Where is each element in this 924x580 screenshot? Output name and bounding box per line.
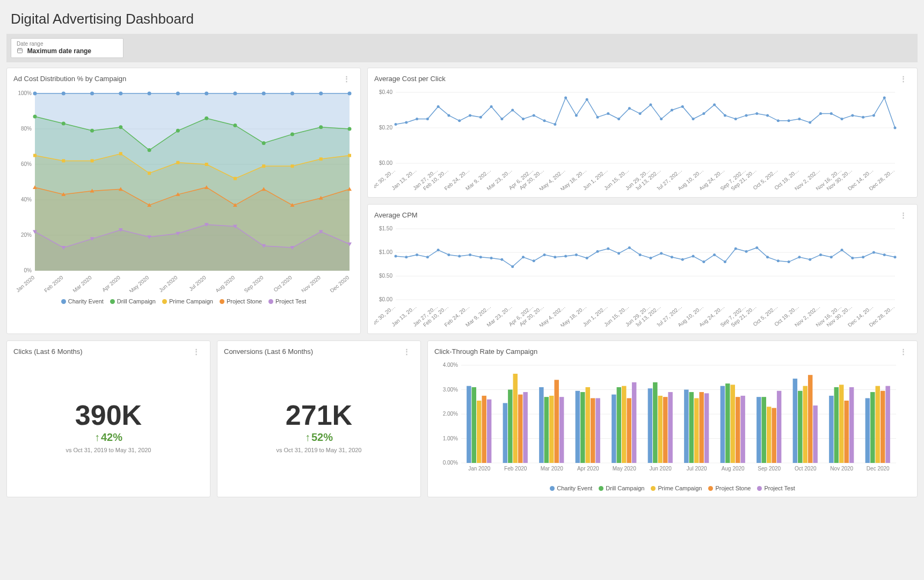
- svg-rect-295: [632, 382, 636, 463]
- legend-item[interactable]: Drill Campaign: [599, 485, 644, 491]
- legend-dot-icon: [162, 299, 167, 304]
- svg-point-119: [607, 112, 609, 115]
- kebab-icon[interactable]: ⋮: [190, 346, 203, 357]
- kpi-clicks-change: ↑ 42%: [94, 431, 122, 444]
- svg-point-134: [766, 114, 769, 117]
- chart-avg-cpc: $0.00$0.20$0.40Dec 30, 20…Jan 13, 20…Jan…: [374, 88, 900, 190]
- svg-point-221: [809, 258, 811, 261]
- svg-point-127: [692, 118, 695, 120]
- card-title-avg-cpc: Average Cost per Click: [374, 75, 446, 83]
- card-avg-cpm: Average CPM ⋮ $0.00$0.50$1.00$1.50Dec 30…: [367, 204, 918, 334]
- svg-point-138: [809, 121, 811, 124]
- svg-point-226: [862, 256, 864, 258]
- svg-point-188: [458, 255, 461, 258]
- legend-label: Charity Event: [68, 298, 104, 305]
- kpi-clicks-compare: vs Oct 31, 2019 to May 31, 2020: [66, 447, 151, 453]
- svg-rect-306: [699, 392, 703, 463]
- kebab-icon[interactable]: ⋮: [897, 210, 911, 220]
- svg-point-218: [777, 259, 780, 262]
- svg-point-136: [788, 119, 790, 122]
- svg-point-37: [148, 148, 151, 152]
- svg-point-102: [426, 118, 429, 120]
- card-title-conversions: Conversions (Last 6 Months): [224, 347, 313, 356]
- svg-point-116: [575, 114, 578, 117]
- legend-item[interactable]: Project Test: [757, 485, 795, 491]
- svg-rect-310: [725, 383, 730, 463]
- svg-point-115: [564, 96, 567, 99]
- svg-point-229: [894, 256, 897, 258]
- legend-dot-icon: [651, 486, 656, 491]
- svg-rect-55: [319, 157, 323, 161]
- svg-point-195: [533, 259, 535, 262]
- svg-point-118: [596, 116, 599, 119]
- svg-point-104: [447, 114, 450, 117]
- calendar-icon: [17, 47, 23, 55]
- svg-rect-45: [33, 154, 37, 157]
- kpi-conv-change: ↑ 52%: [305, 431, 333, 444]
- svg-point-201: [596, 250, 599, 253]
- svg-rect-291: [612, 395, 616, 463]
- legend-item[interactable]: Project Stone: [708, 485, 751, 491]
- svg-point-208: [671, 256, 673, 258]
- svg-point-129: [713, 104, 716, 106]
- kebab-icon[interactable]: ⋮: [400, 346, 414, 357]
- svg-point-192: [500, 258, 503, 261]
- kpi-clicks-value: 390K: [75, 399, 142, 431]
- svg-rect-323: [803, 386, 807, 463]
- kebab-icon[interactable]: ⋮: [897, 346, 911, 357]
- svg-point-113: [543, 119, 546, 122]
- date-range-picker[interactable]: Date range Maximum date range: [11, 38, 123, 58]
- svg-point-137: [798, 118, 801, 120]
- svg-point-38: [176, 129, 180, 133]
- svg-point-214: [734, 248, 737, 250]
- legend-item[interactable]: Drill Campaign: [110, 298, 156, 305]
- svg-point-187: [447, 253, 450, 256]
- svg-point-225: [851, 257, 854, 259]
- svg-point-40: [233, 124, 237, 127]
- svg-point-206: [649, 257, 652, 259]
- legend-item[interactable]: Prime Campaign: [162, 298, 213, 305]
- svg-text:Oct 2020: Oct 2020: [273, 274, 293, 292]
- svg-point-108: [490, 105, 493, 108]
- svg-point-128: [702, 112, 705, 115]
- svg-point-204: [628, 247, 631, 249]
- chart-ad-cost: 0%20%40%60%80%100%Jan 2020Feb 2020Mar 20…: [13, 88, 355, 292]
- legend-label: Prime Campaign: [169, 298, 213, 305]
- legend-ad-cost: Charity EventDrill CampaignPrime Campaig…: [13, 298, 354, 305]
- svg-rect-283: [559, 397, 564, 463]
- legend-item[interactable]: Charity Event: [550, 485, 592, 491]
- card-ad-cost: Ad Cost Distribution % by Campaign ⋮ 0%2…: [6, 68, 361, 334]
- card-title-ad-cost: Ad Cost Distribution % by Campaign: [13, 75, 126, 83]
- legend-item[interactable]: Prime Campaign: [651, 485, 702, 491]
- svg-text:Jan 2020: Jan 2020: [468, 466, 491, 472]
- svg-text:Jun 2020: Jun 2020: [158, 274, 179, 292]
- svg-text:$0.40: $0.40: [379, 89, 392, 95]
- svg-text:Apr 2020: Apr 2020: [101, 274, 121, 292]
- svg-text:0%: 0%: [24, 267, 32, 273]
- legend-dot-icon: [708, 486, 713, 491]
- svg-point-142: [851, 114, 854, 117]
- svg-rect-286: [580, 392, 585, 463]
- svg-point-31: [319, 92, 323, 96]
- svg-text:$0.00: $0.00: [379, 160, 392, 166]
- legend-dot-icon: [220, 299, 224, 304]
- svg-point-200: [586, 257, 588, 259]
- svg-point-135: [777, 119, 780, 122]
- kebab-icon[interactable]: ⋮: [340, 74, 354, 84]
- legend-item[interactable]: Project Test: [268, 298, 306, 305]
- svg-point-101: [416, 118, 418, 120]
- legend-item[interactable]: Project Stone: [220, 298, 262, 305]
- svg-point-100: [405, 121, 408, 124]
- legend-item[interactable]: Charity Event: [61, 298, 104, 305]
- svg-rect-319: [777, 391, 781, 463]
- kebab-icon[interactable]: ⋮: [897, 74, 911, 84]
- svg-rect-313: [740, 396, 745, 463]
- svg-text:May 2020: May 2020: [613, 466, 636, 472]
- svg-point-228: [883, 253, 886, 256]
- svg-point-111: [522, 118, 525, 120]
- svg-rect-277: [523, 392, 527, 463]
- svg-rect-56: [348, 154, 351, 157]
- svg-point-203: [617, 252, 620, 255]
- svg-text:Mar 2020: Mar 2020: [541, 466, 564, 472]
- svg-point-22: [62, 92, 66, 96]
